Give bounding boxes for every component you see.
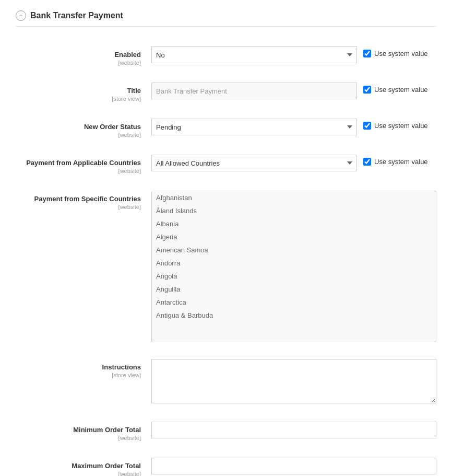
min-order-total-row: Minimum Order Total [website] xyxy=(16,417,436,445)
payment-applicable-scope: [website] xyxy=(16,168,141,174)
payment-specific-input-wrap: Afghanistan Åland Islands Albania Algeri… xyxy=(151,191,436,342)
new-order-status-row: New Order Status [website] Pending Proce… xyxy=(16,114,436,142)
max-order-total-row: Maximum Order Total [website] xyxy=(16,454,436,476)
enabled-label: Enabled xyxy=(16,51,141,59)
new-order-status-control: Pending Processing Complete Use system v… xyxy=(151,119,436,135)
payment-specific-scope: [website] xyxy=(16,204,141,210)
title-use-system: Use system value xyxy=(363,83,436,94)
instructions-scope: [store view] xyxy=(16,372,141,378)
enabled-use-system-label: Use system value xyxy=(374,50,428,57)
instructions-label-col: Instructions [store view] xyxy=(16,359,151,378)
min-order-total-input-wrap xyxy=(151,422,436,438)
country-option-afghanistan[interactable]: Afghanistan xyxy=(152,191,436,204)
payment-applicable-input-wrap: All Allowed Countries Specific Countries xyxy=(151,155,357,171)
payment-applicable-row: Payment from Applicable Countries [websi… xyxy=(16,150,436,178)
form-table: Enabled [website] No Yes Use system valu… xyxy=(16,42,436,476)
max-order-total-control xyxy=(151,458,436,474)
country-option-anguilla[interactable]: Anguilla xyxy=(152,283,436,296)
enabled-input-wrap: No Yes xyxy=(151,47,357,63)
instructions-row: Instructions [store view] xyxy=(16,355,436,409)
title-input-wrap xyxy=(151,83,357,99)
title-scope: [store view] xyxy=(16,96,141,102)
payment-applicable-use-system-label: Use system value xyxy=(374,158,428,166)
instructions-control xyxy=(151,359,436,405)
enabled-scope: [website] xyxy=(16,60,141,66)
min-order-total-scope: [website] xyxy=(16,435,141,441)
country-option-american-samoa[interactable]: American Samoa xyxy=(152,243,436,257)
payment-applicable-use-system: Use system value xyxy=(363,155,436,166)
min-order-total-label-col: Minimum Order Total [website] xyxy=(16,422,151,441)
payment-specific-label: Payment from Specific Countries xyxy=(16,195,141,203)
new-order-status-select[interactable]: Pending Processing Complete xyxy=(151,119,357,135)
country-option-antarctica[interactable]: Antarctica xyxy=(152,296,436,309)
title-row: Title [store view] Use system value xyxy=(16,78,436,106)
max-order-total-scope: [website] xyxy=(16,471,141,476)
page-wrapper: − Bank Transfer Payment Enabled [website… xyxy=(0,0,452,476)
title-input[interactable] xyxy=(151,83,357,99)
new-order-status-input-wrap: Pending Processing Complete xyxy=(151,119,357,135)
min-order-total-input[interactable] xyxy=(151,422,436,438)
country-option-andorra[interactable]: Andorra xyxy=(152,257,436,270)
new-order-status-use-system: Use system value xyxy=(363,119,436,130)
instructions-label: Instructions xyxy=(16,363,141,371)
max-order-total-input[interactable] xyxy=(151,458,436,474)
max-order-total-label: Maximum Order Total xyxy=(16,462,141,470)
instructions-input-wrap xyxy=(151,359,436,405)
max-order-total-label-col: Maximum Order Total [website] xyxy=(16,458,151,476)
section-title: Bank Transfer Payment xyxy=(30,11,123,20)
payment-specific-country-list[interactable]: Afghanistan Åland Islands Albania Algeri… xyxy=(151,191,436,342)
enabled-select[interactable]: No Yes xyxy=(151,47,357,63)
payment-applicable-control: All Allowed Countries Specific Countries… xyxy=(151,155,436,171)
country-option-antigua[interactable]: Antigua & Barbuda xyxy=(152,309,436,322)
min-order-total-label: Minimum Order Total xyxy=(16,426,141,434)
payment-specific-control: Afghanistan Åland Islands Albania Algeri… xyxy=(151,191,436,342)
country-option-algeria[interactable]: Algeria xyxy=(152,230,436,243)
country-option-angola[interactable]: Angola xyxy=(152,270,436,283)
min-order-total-control xyxy=(151,422,436,438)
enabled-control: No Yes Use system value xyxy=(151,47,436,63)
title-control: Use system value xyxy=(151,83,436,99)
max-order-total-input-wrap xyxy=(151,458,436,474)
enabled-use-system-checkbox[interactable] xyxy=(363,50,371,57)
enabled-label-col: Enabled [website] xyxy=(16,47,151,66)
title-label: Title xyxy=(16,87,141,95)
new-order-status-use-system-label: Use system value xyxy=(374,122,428,130)
country-option-albania[interactable]: Albania xyxy=(152,217,436,230)
payment-applicable-label-col: Payment from Applicable Countries [websi… xyxy=(16,155,151,174)
title-use-system-checkbox[interactable] xyxy=(363,86,371,94)
payment-specific-label-col: Payment from Specific Countries [website… xyxy=(16,191,151,210)
enabled-use-system: Use system value xyxy=(363,47,436,57)
new-order-status-use-system-checkbox[interactable] xyxy=(363,122,371,130)
title-label-col: Title [store view] xyxy=(16,83,151,102)
new-order-status-label: New Order Status xyxy=(16,123,141,131)
payment-specific-row: Payment from Specific Countries [website… xyxy=(16,187,436,346)
payment-applicable-select[interactable]: All Allowed Countries Specific Countries xyxy=(151,155,357,171)
new-order-status-scope: [website] xyxy=(16,132,141,138)
enabled-row: Enabled [website] No Yes Use system valu… xyxy=(16,42,436,70)
section-header: − Bank Transfer Payment xyxy=(16,10,436,27)
payment-applicable-use-system-checkbox[interactable] xyxy=(363,158,371,166)
country-option-aland[interactable]: Åland Islands xyxy=(152,204,436,217)
payment-applicable-label: Payment from Applicable Countries xyxy=(16,159,141,167)
collapse-icon[interactable]: − xyxy=(16,10,26,21)
title-use-system-label: Use system value xyxy=(374,86,428,94)
instructions-textarea[interactable] xyxy=(151,359,436,403)
new-order-status-label-col: New Order Status [website] xyxy=(16,119,151,138)
